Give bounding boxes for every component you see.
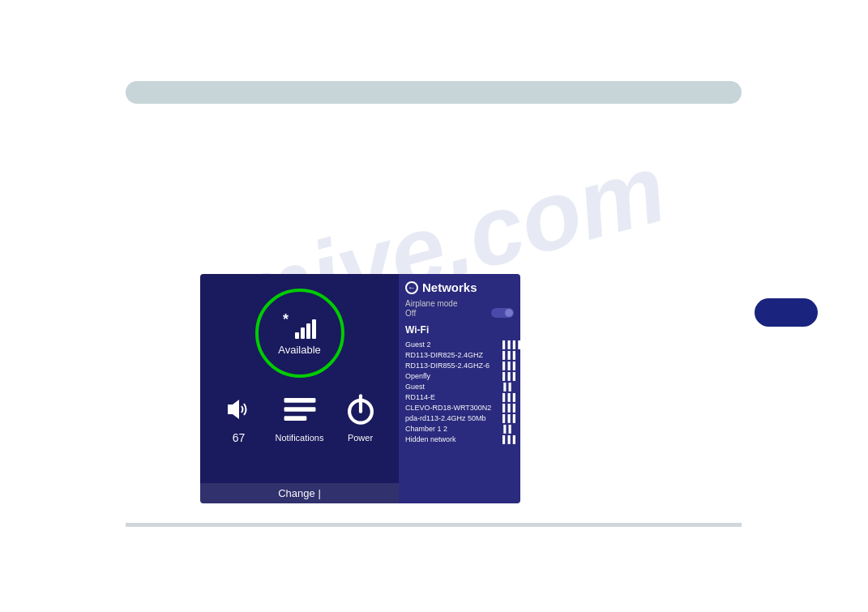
- network-name: pda-rd113-2.4GHz 50Mb: [405, 414, 502, 422]
- right-panel: ← Networks Airplane mode Off Wi-Fi Guest…: [399, 274, 520, 503]
- airplane-mode-section: Airplane mode Off: [405, 299, 514, 318]
- network-item-rd114e[interactable]: RD114-E ▌▌▌: [405, 392, 514, 402]
- pill-button[interactable]: [755, 298, 818, 327]
- volume-icon: [219, 389, 259, 430]
- airplane-mode-label: Airplane mode: [405, 299, 514, 308]
- svg-rect-6: [284, 407, 315, 412]
- wifi-signal-icon: ▌▌▌: [502, 404, 514, 412]
- wifi-signal-icon: ▌▌: [502, 383, 514, 391]
- wifi-signal-icon: ▌▌▌▌: [502, 340, 514, 349]
- wifi-signal-icon: ▌▌: [502, 425, 514, 433]
- left-panel: * Available: [200, 274, 399, 503]
- network-name: Guest 2: [405, 340, 502, 349]
- network-item-openfly[interactable]: Openfly ▌▌▌: [405, 370, 514, 381]
- back-arrow-icon[interactable]: ←: [405, 281, 418, 294]
- panel-container: * Available: [200, 274, 520, 503]
- network-icon: *: [281, 311, 318, 344]
- wifi-label: Wi-Fi: [405, 324, 514, 336]
- wifi-signal-icon: ▌▌▌: [502, 362, 514, 370]
- notifications-block[interactable]: Notifications: [269, 389, 330, 444]
- wifi-signal-icon: ▌▌▌: [502, 435, 514, 443]
- network-item-guest2[interactable]: Guest 2 ▌▌▌▌: [405, 339, 514, 349]
- network-name: Hidden network: [405, 435, 502, 443]
- top-bar: [126, 81, 742, 104]
- airplane-mode-value: Off: [405, 309, 416, 318]
- svg-rect-1: [301, 327, 305, 339]
- network-name: RD113-DIR825-2.4GHZ: [405, 351, 502, 359]
- network-item-hidden[interactable]: Hidden network ▌▌▌: [405, 434, 514, 444]
- network-item-rd113-dir825[interactable]: RD113-DIR825-2.4GHZ ▌▌▌: [405, 349, 514, 360]
- network-list: Guest 2 ▌▌▌▌ RD113-DIR825-2.4GHZ ▌▌▌ RD1…: [405, 339, 514, 444]
- network-name: RD114-E: [405, 393, 502, 401]
- network-item-chamber[interactable]: Chamber 1 2 ▌▌: [405, 423, 514, 434]
- svg-marker-4: [228, 400, 239, 419]
- volume-block[interactable]: 67: [208, 389, 269, 444]
- volume-value: 67: [233, 431, 246, 444]
- network-item-clevo[interactable]: CLEVO-RD18-WRT300N2 ▌▌▌: [405, 402, 514, 413]
- network-name: RD113-DIR855-2.4GHZ-6: [405, 362, 502, 370]
- network-available-label: Available: [278, 344, 321, 356]
- airplane-mode-status: Off: [405, 308, 514, 318]
- svg-rect-7: [284, 416, 306, 421]
- network-item-guest[interactable]: Guest ▌▌: [405, 381, 514, 392]
- network-name: CLEVO-RD18-WRT300N2: [405, 404, 502, 412]
- svg-rect-5: [284, 398, 315, 403]
- wifi-signal-icon: ▌▌▌: [502, 414, 514, 422]
- wifi-signal-icon: ▌▌▌: [502, 351, 514, 359]
- network-available-circle[interactable]: * Available: [255, 289, 344, 378]
- network-name: Chamber 1 2: [405, 425, 502, 433]
- wifi-signal-icon: ▌▌▌: [502, 393, 514, 401]
- power-icon: [340, 389, 381, 430]
- power-label: Power: [348, 433, 373, 443]
- network-item-rd113-dir855[interactable]: RD113-DIR855-2.4GHZ-6 ▌▌▌: [405, 360, 514, 370]
- asterisk-icon: *: [283, 311, 289, 328]
- networks-title: Networks: [422, 280, 477, 294]
- power-block[interactable]: Power: [330, 389, 391, 444]
- bottom-bar: [126, 523, 742, 527]
- svg-rect-2: [306, 323, 310, 339]
- svg-rect-0: [295, 332, 299, 339]
- airplane-mode-toggle[interactable]: [491, 308, 514, 318]
- network-name: Guest: [405, 383, 502, 391]
- svg-rect-3: [312, 319, 316, 339]
- network-item-pda[interactable]: pda-rd113-2.4GHz 50Mb ▌▌▌: [405, 413, 514, 423]
- wifi-signal-icon: ▌▌▌: [502, 372, 514, 380]
- notifications-label: Notifications: [276, 433, 324, 443]
- network-name: Openfly: [405, 372, 502, 380]
- notifications-icon: [280, 389, 320, 430]
- signal-bars-icon: [295, 319, 318, 344]
- change-bar[interactable]: Change |: [200, 483, 399, 503]
- bottom-icons-row: 67 Notifications: [208, 389, 391, 444]
- networks-header[interactable]: ← Networks: [405, 280, 514, 294]
